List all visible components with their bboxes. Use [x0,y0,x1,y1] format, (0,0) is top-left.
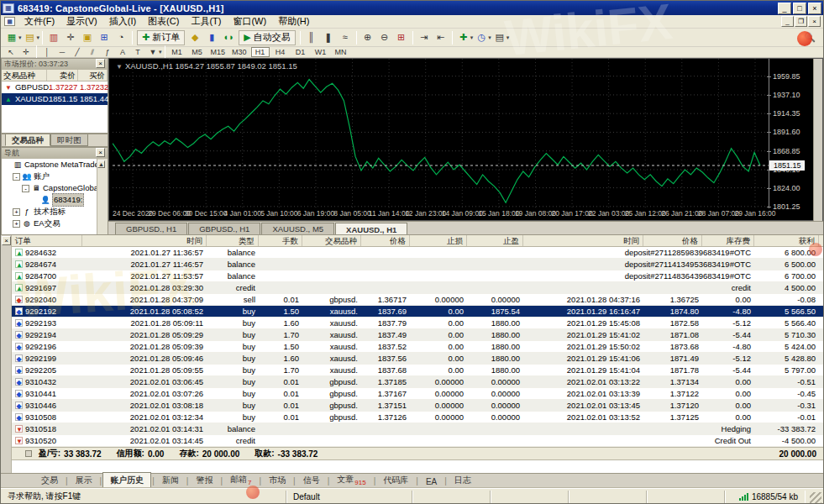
navigator-tree-item[interactable]: 👤683419: [2,194,108,206]
alerts-icon[interactable]: ◖◗ [221,30,236,45]
tree-expander-icon[interactable]: - [13,173,20,181]
autotrade-button[interactable]: ▶ 自动交易 [239,30,295,45]
navigator-icon[interactable]: ▣ [80,30,95,45]
history-row[interactable]: ◆92922052021.01.28 05:09:55buy1.70xauusd… [12,365,823,376]
chart-expand-icon[interactable]: ▼ [116,63,123,71]
menu-item[interactable]: 帮助(H) [272,14,315,28]
mdi-minimize-button[interactable]: _ [781,16,794,27]
arrows-dropdown-icon[interactable]: ▾ [159,49,162,55]
market-watch-column-header[interactable]: 卖价 [47,70,78,81]
trendline-icon[interactable]: ╱ [71,47,84,57]
chart-window[interactable]: ▼XAUUSD.,H1 1854.27 1855.87 1849.02 1851… [108,58,823,221]
mdi-close-button[interactable]: × [808,16,821,27]
market-watch-row[interactable]: ▲XAUUSD.1851.151851.44 [2,93,108,105]
price-axis[interactable]: 1959.851937.101914.351891.601868.851846.… [769,59,812,208]
terminal-tab-item[interactable]: EA [419,475,443,488]
history-row[interactable]: ◆93104322021.02.01 03:06:45buy0.01gbpusd… [12,376,823,388]
tile-windows-icon[interactable]: ⊞ [394,30,409,45]
tree-expander-icon[interactable]: + [13,208,20,216]
history-row[interactable]: ◆93105082021.02.01 03:12:34buy0.01gbpusd… [12,412,823,423]
terminal-icon[interactable]: ⊞ [97,30,112,45]
tree-expander-icon[interactable]: - [22,185,29,192]
terminal-tab-item[interactable]: 信号 [297,473,327,488]
timeframe-button-m15[interactable]: M15 [208,47,228,57]
market-watch-row[interactable]: ▼GBPUSD.1.372271.37232 [2,81,108,93]
timeframe-button-m5[interactable]: M5 [188,47,207,57]
indicators-icon[interactable]: ✚ [456,30,471,45]
minimize-button[interactable]: _ [778,3,791,14]
terminal-tab-item[interactable]: 交易 [34,473,65,488]
vertical-line-icon[interactable]: │ [40,47,54,57]
indicators-dropdown-icon[interactable]: ▾ [470,34,474,41]
navigator-tree-item[interactable]: ▥Capstone MetaTrader4 [2,159,108,171]
navigator-close-icon[interactable]: × [96,148,105,157]
periods-dropdown-icon[interactable]: ▾ [488,34,491,41]
maximize-button[interactable]: □ [793,3,806,14]
history-row[interactable]: ◆92921922021.01.28 05:08:52buy1.50xauusd… [12,306,823,318]
menu-item[interactable]: 显示(V) [60,14,103,28]
new-order-button[interactable]: ✚ 新订单 [137,30,185,45]
column-header[interactable]: 价格 [643,235,702,246]
periods-icon[interactable]: ◷ [474,30,489,45]
column-header[interactable]: 手数 [259,235,302,246]
tree-expander-icon[interactable]: + [13,220,20,228]
navigator-tree-item[interactable]: +◍EA交易 [2,218,108,229]
chart-shift-icon[interactable]: ⇤ [433,30,449,45]
crosshair-icon[interactable]: ✛ [19,47,33,57]
terminal-tab-item[interactable]: 代码库 [376,473,415,488]
column-header[interactable]: 交易品种 [302,235,361,246]
timeframe-button-h1[interactable]: H1 [251,47,270,57]
timeframe-button-m30[interactable]: M30 [229,47,249,57]
auto-scroll-icon[interactable]: ⇥ [417,30,432,45]
metaeditor-icon[interactable]: ◆ [187,30,202,45]
market-watch-tab[interactable]: 即时图 [50,134,88,146]
mdi-restore-button[interactable]: ❐ [795,16,807,27]
history-row[interactable]: ◆93104462021.02.01 03:08:18buy0.01gbpusd… [12,400,823,412]
terminal-tab-item[interactable]: 展示 [69,473,99,488]
history-row[interactable]: ▲92916972021.01.28 03:29:30creditcredit4… [12,282,823,294]
fibonacci-icon[interactable]: ƒ [101,47,114,57]
line-chart-icon[interactable]: ≈ [338,30,353,45]
resize-grip[interactable] [810,492,821,504]
terminal-tab-active[interactable]: 账户历史 [102,472,151,488]
history-row[interactable]: ▲92847002021.01.27 11:53:57balancedeposi… [12,270,823,282]
market-watch-column-header[interactable]: 交易品种 [2,70,47,81]
chart-tab[interactable]: GBPUSD., H1 [188,223,260,234]
terminal-tab-item[interactable]: 新闻 [155,473,186,488]
templates-dropdown-icon[interactable]: ▾ [506,34,510,41]
column-header[interactable]: 获利 [754,235,819,246]
scroll-up-icon[interactable]: ▲ [97,160,105,168]
chart-tab[interactable]: XAUUSD., M5 [261,223,334,234]
market-watch-icon[interactable]: ▥ [46,30,61,45]
column-header[interactable]: 止损 [410,235,467,246]
profiles-icon[interactable]: ▤ [23,30,38,45]
history-row[interactable]: ◆92921932021.01.28 05:09:11buy1.60xauusd… [12,318,823,329]
collapse-icon[interactable] [25,450,32,457]
column-header[interactable]: 时间 [82,235,207,246]
column-header[interactable]: 库存费 [702,235,754,246]
data-window-icon[interactable]: ✛ [63,30,78,45]
timeframe-button-w1[interactable]: W1 [312,47,330,57]
navigator-tree-item[interactable]: -🖥CapstoneGlobal-1 [2,182,108,194]
market-watch-column-header[interactable]: 买价 [78,70,108,81]
navigator-tree-item[interactable]: +ƒ技术指标 [2,206,108,218]
close-button[interactable]: × [808,3,821,14]
timeframe-button-m1[interactable]: M1 [168,47,186,57]
market-watch-close-icon[interactable]: × [96,59,105,68]
search-icon[interactable]: 🔍 [802,30,817,45]
history-row[interactable]: ◆92921992021.01.28 05:09:46buy1.60xauusd… [12,353,823,365]
menu-item[interactable]: 插入(I) [103,14,142,28]
column-header[interactable]: 时间 [523,235,643,246]
zoom-in-icon[interactable]: ⊕ [360,30,375,45]
profiles-dropdown-icon[interactable]: ▾ [37,34,40,41]
chart-tab[interactable]: XAUUSD., H1 [335,223,407,235]
cursor-icon[interactable]: ↖ [4,47,18,57]
timeframe-button-d1[interactable]: D1 [291,47,310,57]
publisher-icon[interactable]: ▮ [204,30,219,45]
menu-item[interactable]: 图表(C) [142,14,185,28]
column-header[interactable]: 价格 [361,235,410,246]
terminal-tab-item[interactable]: 邮箱7 [223,472,258,488]
new-chart-icon[interactable]: ▦ [4,30,19,45]
timeframe-button-h4[interactable]: H4 [271,47,290,57]
label-tool-icon[interactable]: T [131,47,144,57]
